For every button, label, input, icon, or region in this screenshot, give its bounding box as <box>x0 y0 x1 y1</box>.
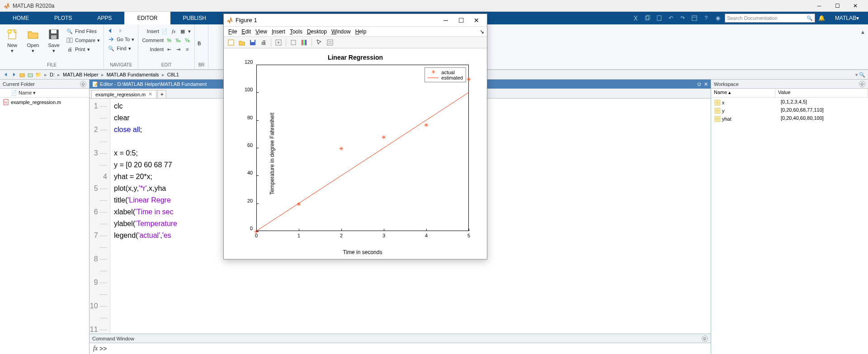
data-point: ✳ <box>382 132 386 141</box>
current-folder-title: Current Folder <box>3 81 35 87</box>
print-button[interactable]: 🖨Print ▾ <box>65 45 101 53</box>
menu-view[interactable]: View <box>254 28 269 35</box>
fig-minimize-button[interactable]: ─ <box>438 15 453 26</box>
copy-icon[interactable] <box>642 13 652 23</box>
edit-group-label: EDIT <box>141 62 192 68</box>
pointer-icon[interactable] <box>315 38 324 47</box>
workspace-title: Workspace <box>714 81 739 87</box>
crumb-3[interactable]: C8L1 <box>166 72 180 77</box>
menu-more-icon[interactable]: ↘ <box>480 28 484 35</box>
tab-editor[interactable]: EDITOR <box>124 12 170 24</box>
colorbar-icon[interactable] <box>300 38 309 47</box>
printfig-icon[interactable]: 🖨 <box>259 38 268 47</box>
compare-button[interactable]: Compare ▾ <box>65 36 101 44</box>
addr-back-icon[interactable] <box>2 71 10 79</box>
tab-close-icon[interactable]: ✕ <box>148 91 152 97</box>
addr-search-icon[interactable]: 🔍 <box>858 71 866 79</box>
menu-edit[interactable]: Edit <box>240 28 253 35</box>
newfig-icon[interactable] <box>226 38 236 47</box>
undo-icon[interactable]: ↶ <box>666 13 676 23</box>
crumb-1[interactable]: MATLAB Helper <box>62 72 99 77</box>
maximize-button[interactable]: ☐ <box>828 0 846 12</box>
tab-plots[interactable]: PLOTS <box>42 12 85 24</box>
addr-up-icon[interactable] <box>18 71 26 79</box>
addr-browse-icon[interactable] <box>26 71 34 79</box>
svg-point-29 <box>278 42 279 43</box>
tab-home[interactable]: HOME <box>0 12 42 24</box>
ws-col-name[interactable]: Name ▴ <box>711 89 775 97</box>
indent-button[interactable]: Indent ⇤ ⇥ ≡ <box>149 45 192 53</box>
tab-publish[interactable]: PUBLISH <box>170 12 219 24</box>
svg-rect-30 <box>291 40 296 45</box>
matlab-logo-icon <box>4 3 10 9</box>
menu-help[interactable]: Help <box>354 28 368 35</box>
minimize-button[interactable]: ─ <box>810 0 828 12</box>
nav-back-icon[interactable] <box>107 27 117 34</box>
addr-fwd-icon[interactable] <box>10 71 18 79</box>
svg-rect-2 <box>657 16 661 21</box>
new-button[interactable]: New▾ <box>3 27 22 54</box>
axes[interactable]: Linear Regression Temperature in degree … <box>224 48 487 259</box>
paste-icon[interactable] <box>654 13 664 23</box>
datacursor-icon[interactable] <box>274 38 283 47</box>
fig-maximize-button[interactable]: ☐ <box>453 15 469 26</box>
add-tab-button[interactable]: + <box>157 90 166 98</box>
menu-insert[interactable]: Insert <box>270 28 287 35</box>
menu-desktop[interactable]: Desktop <box>305 28 329 35</box>
command-prompt[interactable]: fx>> <box>90 343 711 354</box>
open-button[interactable]: Open▾ <box>24 27 42 54</box>
svg-rect-12 <box>20 74 24 77</box>
insert-button[interactable]: Insert 📄 fx ▦ ▾ <box>146 27 192 35</box>
file-item[interactable]: fx example_regression.m <box>2 99 87 106</box>
workspace-var[interactable]: y[0,20,60,68,77,110] <box>711 107 868 115</box>
crumb-drive[interactable]: D: <box>49 72 56 77</box>
figure-titlebar[interactable]: Figure 1 ─ ☐ ✕ <box>224 14 487 27</box>
close-button[interactable]: ✕ <box>846 0 864 12</box>
cw-menu-icon[interactable]: ⊙ <box>702 335 708 342</box>
insertlegend-icon[interactable] <box>326 38 335 47</box>
panel-menu-icon[interactable]: ⊙ <box>80 81 86 87</box>
figure-menubar: File Edit View Insert Tools Desktop Wind… <box>224 27 487 37</box>
openfig-icon[interactable] <box>237 38 246 47</box>
goto-button[interactable]: Go To ▾ <box>107 35 135 43</box>
svg-rect-32 <box>303 40 305 45</box>
data-point: ✳ <box>467 74 471 83</box>
notification-icon[interactable]: 🔔 <box>817 13 827 23</box>
data-point: ✳ <box>424 120 429 128</box>
rotate-icon[interactable] <box>289 38 298 47</box>
legend-marker-actual: ✳ <box>428 69 439 75</box>
find-button[interactable]: 🔍Find ▾ <box>107 44 135 52</box>
matlab-dropdown[interactable]: MATLAB ▾ <box>829 15 865 21</box>
help-icon[interactable]: ? <box>701 13 711 23</box>
comment-button[interactable]: Comment % ‰ ⅔ <box>141 36 192 44</box>
find-files-button[interactable]: 🔍Find Files <box>65 27 101 35</box>
editor-close-icon[interactable]: ✕ <box>704 81 708 87</box>
svg-rect-3 <box>692 16 697 21</box>
editor-tab[interactable]: example_regression.m✕ <box>91 90 156 98</box>
crumb-2[interactable]: MATLAB Fundamentals <box>106 72 160 77</box>
savefig-icon[interactable] <box>248 38 257 47</box>
cf-col-name[interactable]: 📄 Name ▾ <box>11 90 36 96</box>
fig-close-button[interactable]: ✕ <box>469 15 484 26</box>
cut-icon[interactable] <box>631 13 641 23</box>
addons-icon[interactable]: ◉ <box>713 13 723 23</box>
nav-fwd-icon[interactable] <box>118 27 127 34</box>
search-input[interactable]: Search Documentation🔍 <box>725 14 815 23</box>
menu-file[interactable]: File <box>226 28 239 35</box>
menu-window[interactable]: Window <box>330 28 353 35</box>
svg-rect-9 <box>51 35 57 39</box>
ws-menu-icon[interactable]: ⊙ <box>859 81 865 87</box>
menu-tools[interactable]: Tools <box>288 28 304 35</box>
legend[interactable]: ✳actual estimated <box>425 67 466 82</box>
save-button[interactable]: Save▾ <box>44 27 63 54</box>
figure-window[interactable]: Figure 1 ─ ☐ ✕ File Edit View Insert Too… <box>223 14 487 260</box>
redo-icon[interactable]: ↷ <box>678 13 688 23</box>
tab-apps[interactable]: APPS <box>85 12 124 24</box>
workspace-var[interactable]: x[0,1,2,3,4,5] <box>711 99 868 107</box>
collapse-toolstrip-icon[interactable]: ▴ <box>859 26 866 37</box>
editor-menu-icon[interactable]: ⊙ <box>697 81 701 87</box>
ws-col-value[interactable]: Value <box>775 89 868 97</box>
workspace-var[interactable]: yhat[0,20,40,60,80,100] <box>711 115 868 123</box>
xlabel: Time in seconds <box>256 249 469 255</box>
layout-icon[interactable] <box>689 13 699 23</box>
